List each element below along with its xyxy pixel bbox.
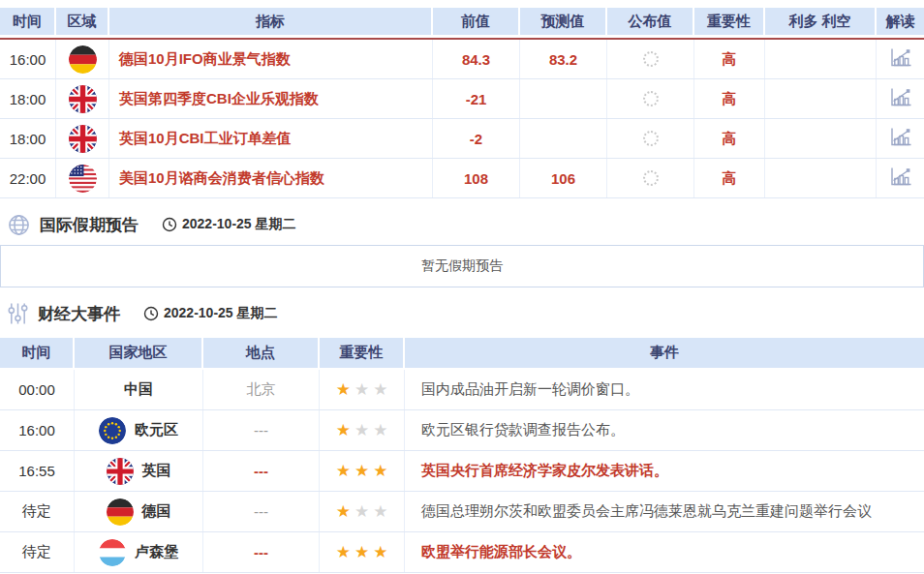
star-filled-icon: ★ xyxy=(373,463,387,479)
event-time: 待定 xyxy=(0,492,75,531)
event-cell: 国内成品油开启新一轮调价窗口。 xyxy=(405,370,924,409)
country-wrap: 中国 xyxy=(124,380,153,399)
column-header: 公布值 xyxy=(607,8,694,35)
event-text: 欧元区银行贷款调查报告公布。 xyxy=(421,421,625,439)
country-cell: 卢森堡 xyxy=(75,532,203,572)
importance-stars: ★★★ xyxy=(320,410,405,450)
indicator-link[interactable]: 英国第四季度CBI企业乐观指数 xyxy=(119,90,319,108)
event-cell: 欧盟举行能源部长会议。 xyxy=(405,532,924,572)
country-cell: 德国 xyxy=(75,492,203,531)
star-filled-icon: ★ xyxy=(354,544,369,560)
germany-flag-icon xyxy=(69,45,97,74)
forecast-value: 83.2 xyxy=(520,40,607,78)
column-header: 指标 xyxy=(109,8,433,35)
importance-value: 高 xyxy=(694,159,765,197)
globe-icon xyxy=(8,214,30,236)
indicator-cell: 英国第四季度CBI企业乐观指数 xyxy=(109,79,433,118)
holiday-date-text: 2022-10-25 星期二 xyxy=(182,216,296,233)
indicator-time: 22:00 xyxy=(0,159,56,197)
event-cell: 英国央行首席经济学家皮尔发表讲话。 xyxy=(405,451,924,491)
bar-chart-icon[interactable] xyxy=(889,127,912,150)
star-filled-icon: ★ xyxy=(336,422,351,438)
indicator-time: 18:00 xyxy=(0,79,56,118)
column-header: 区域 xyxy=(56,8,109,35)
event-location: --- xyxy=(203,532,320,572)
importance-stars: ★★★ xyxy=(320,532,405,572)
previous-value: 108 xyxy=(433,159,520,197)
bar-chart-icon[interactable] xyxy=(889,166,912,190)
indicator-link[interactable]: 德国10月IFO商业景气指数 xyxy=(119,50,291,69)
events-table-header: 时间国家地区地点重要性事件 xyxy=(0,338,924,368)
column-header: 解读 xyxy=(877,8,924,35)
bullish-bearish-cell xyxy=(765,79,877,118)
holiday-section-date: 2022-10-25 星期二 xyxy=(162,216,296,233)
clock-icon xyxy=(162,217,177,232)
bullish-bearish-cell xyxy=(765,119,877,158)
event-row: 00:00中国北京★★★国内成品油开启新一轮调价窗口。 xyxy=(0,370,924,410)
country-wrap: 欧元区 xyxy=(99,417,178,444)
importance-stars: ★★★ xyxy=(320,451,405,491)
clock-icon xyxy=(143,306,159,321)
event-cell: 德国总理朔尔茨和欧盟委员会主席冯德莱恩就乌克兰重建问题举行会议 xyxy=(405,492,924,531)
event-text: 国内成品油开启新一轮调价窗口。 xyxy=(421,380,639,399)
indicator-row: 18:00英国第四季度CBI企业乐观指数-21高 xyxy=(0,79,924,119)
bar-chart-icon[interactable] xyxy=(889,87,912,110)
importance-stars: ★★★ xyxy=(320,370,405,409)
star-empty-icon: ★ xyxy=(373,503,387,520)
indicator-link[interactable]: 美国10月谘商会消费者信心指数 xyxy=(119,169,324,188)
column-header: 重要性 xyxy=(694,8,765,35)
event-location: 北京 xyxy=(203,370,320,409)
loading-spinner-icon xyxy=(643,91,659,106)
region-cell xyxy=(56,159,109,197)
region-cell xyxy=(56,40,109,78)
indicator-table-header: 时间区域指标前值预测值公布值重要性利多 利空解读 xyxy=(0,8,924,35)
indicator-time: 18:00 xyxy=(0,119,56,158)
indicator-cell: 德国10月IFO商业景气指数 xyxy=(109,40,433,78)
star-empty-icon: ★ xyxy=(354,381,369,398)
importance-stars: ★★★ xyxy=(320,492,405,531)
indicator-row: 22:00美国10月谘商会消费者信心指数108106高 xyxy=(0,159,924,198)
star-filled-icon: ★ xyxy=(336,463,351,479)
event-time: 待定 xyxy=(0,532,75,572)
importance-value: 高 xyxy=(694,119,765,158)
column-header: 时间 xyxy=(0,8,56,35)
column-header: 国家地区 xyxy=(75,338,203,368)
previous-value: -21 xyxy=(433,79,520,118)
column-header: 时间 xyxy=(0,338,75,368)
sliders-icon xyxy=(8,302,28,325)
star-filled-icon: ★ xyxy=(336,503,351,520)
no-holiday-message: 暂无假期预告 xyxy=(421,257,503,275)
event-text[interactable]: 欧盟举行能源部长会议。 xyxy=(421,543,581,561)
column-header: 事件 xyxy=(405,338,924,368)
event-text[interactable]: 英国央行首席经济学家皮尔发表讲话。 xyxy=(421,462,668,480)
importance-value: 高 xyxy=(694,40,765,78)
luxembourg-flag-icon xyxy=(99,539,126,566)
country-name: 德国 xyxy=(142,502,171,521)
no-holiday-box: 暂无假期预告 xyxy=(0,245,924,287)
country-cell: 英国 xyxy=(75,451,203,491)
star-filled-icon: ★ xyxy=(336,381,351,398)
bar-chart-icon[interactable] xyxy=(889,47,912,71)
events-table-body: 00:00中国北京★★★国内成品油开启新一轮调价窗口。16:00欧元区---★★… xyxy=(0,370,924,573)
event-time: 16:00 xyxy=(0,410,75,450)
event-row: 16:55英国---★★★英国央行首席经济学家皮尔发表讲话。 xyxy=(0,451,924,492)
indicator-link[interactable]: 英国10月CBI工业订单差值 xyxy=(119,130,292,148)
holiday-section-header: 国际假期预告 2022-10-25 星期二 xyxy=(8,213,924,236)
country-cell: 中国 xyxy=(75,370,203,409)
events-table: 时间国家地区地点重要性事件 00:00中国北京★★★国内成品油开启新一轮调价窗口… xyxy=(0,338,924,573)
published-value xyxy=(607,79,694,118)
event-location: --- xyxy=(203,451,320,491)
region-cell xyxy=(56,79,109,118)
events-section-title: 财经大事件 xyxy=(38,303,120,325)
loading-spinner-icon xyxy=(643,51,659,67)
column-header: 前值 xyxy=(433,8,520,35)
uk-flag-icon xyxy=(69,125,97,153)
event-time: 00:00 xyxy=(0,370,75,409)
economic-calendar-page: 时间区域指标前值预测值公布值重要性利多 利空解读 16:00德国10月IFO商业… xyxy=(0,0,924,573)
published-value xyxy=(607,119,694,158)
indicator-cell: 美国10月谘商会消费者信心指数 xyxy=(109,159,433,197)
country-wrap: 英国 xyxy=(107,458,171,485)
star-filled-icon: ★ xyxy=(354,463,369,479)
forecast-value: 106 xyxy=(520,159,607,197)
event-row: 待定卢森堡---★★★欧盟举行能源部长会议。 xyxy=(0,532,924,573)
